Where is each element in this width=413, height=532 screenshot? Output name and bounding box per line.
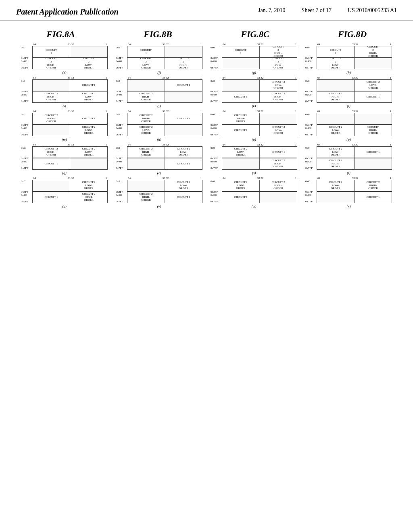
diagram-n: 6433 321 CIRCUIT 2HIGH-ORDER CIRCUIT 1 C… [116, 110, 202, 141]
diagram-o: 6433 321 CIRCUIT 2HIGH-ORDER CIRCUIT 1 C… [211, 110, 297, 141]
m-caption: (m) [21, 137, 108, 141]
diagram-m: 6433 321 CIRCUIT 2HIGH-ORDER CIRCUIT 1 C… [21, 110, 108, 141]
publication-title: Patent Application Publication [16, 7, 119, 17]
f-c1: CIRCUIT 1 [127, 46, 165, 57]
e-caption: (e) [21, 71, 108, 75]
fig8c-label: FIG.8C [211, 29, 300, 39]
g-addr0: 0x0 [211, 46, 215, 49]
f-c2 [165, 46, 202, 57]
p-caption: (p) [305, 137, 392, 141]
f-caption: (f) [116, 71, 202, 75]
diagram-row-efgh: 64 33 32 1 CIRCUIT 1 CIRCUIT 2 HIGH- ORD… [12, 43, 401, 75]
e-top-nums: 64 33 32 1 [32, 43, 108, 46]
h-box: CIRCUIT 1 CIRCUIT 2 HIGH- ORDER CIRCUIT … [317, 46, 392, 69]
f-row1: CIRCUIT 1 [127, 46, 202, 58]
h-caption: (h) [305, 71, 392, 75]
n-caption: (n) [116, 137, 202, 141]
l-caption: (l) [305, 104, 392, 108]
diagram-p: 6433 321 CIRCUIT 2LOW-ORDER CIRCUIT HIGH… [305, 110, 392, 141]
h-addr0: 0x0 [305, 46, 310, 49]
diagram-row-mnop: 6433 321 CIRCUIT 2HIGH-ORDER CIRCUIT 1 C… [12, 110, 401, 141]
diagram-h: 64 33 32 1 CIRCUIT 1 CIRCUIT 2 HIGH- ORD… [305, 43, 392, 75]
sheet-info: Sheet 7 of 17 [302, 7, 332, 14]
page-header: Patent Application Publication Jan. 7, 2… [0, 0, 413, 21]
diagram-s: 6433 321 CIRCUIT 2LOW-ORDER CIRCUIT 1 CI… [211, 143, 297, 175]
diagram-j: 6433 321 CIRCUIT 1 CIRCUIT 2HIGH-ORDER 0… [116, 76, 202, 108]
diagram-e: 64 33 32 1 CIRCUIT 1 CIRCUIT 2 HIGH- ORD… [21, 43, 108, 75]
f-box: CIRCUIT 1 CIRCUIT 2 LOW- ORDER CIRCUIT 2… [127, 46, 202, 69]
diagram-k: 6433 321 CIRCUIT 2LOW-ORDER CIRCUIT 1 CI… [211, 76, 297, 108]
e-c2 [70, 46, 107, 57]
e-c4: CIRCUIT 2 LOW- ORDER [70, 58, 107, 69]
g-c4: CIRCUIT 2 LOW- ORDER [260, 58, 297, 69]
diagram-f: 64 33 32 1 CIRCUIT 1 CIRCUIT 2 LOW- ORDE… [116, 43, 202, 75]
h-c3: CIRCUIT 2 LOW- ORDER [317, 58, 355, 69]
q-caption: (q) [21, 171, 108, 175]
w-caption: (w) [211, 204, 297, 208]
diagram-q: 6433 321 CIRCUIT 2HIGH-ORDER CIRCUIT 2LO… [21, 143, 108, 175]
e-addr3ff: 0x3FF0x400 [21, 56, 28, 63]
e-diag: CIRCUIT 1 CIRCUIT 2 HIGH- ORDER CIRCUIT … [21, 46, 108, 69]
t-caption: (t) [305, 171, 392, 175]
g-c2: CIRCUIT 2 HIGH- ORDER [260, 46, 297, 57]
g-caption: (g) [211, 71, 297, 75]
g-diag: CIRCUIT 1 CIRCUIT 2 HIGH- ORDER CIRCUIT … [211, 46, 297, 69]
g-row2: CIRCUIT 2 LOW- ORDER [222, 58, 297, 69]
s-caption: (s) [211, 171, 297, 175]
e-row1: CIRCUIT 1 [33, 46, 107, 58]
h-c2: CIRCUIT 2 HIGH- ORDER [355, 46, 392, 57]
diagram-w: 6433 321 CIRCUIT 2LOW-ORDER CIRCUIT 2HIG… [211, 177, 297, 208]
e-c3: CIRCUIT 2 HIGH- ORDER [33, 58, 70, 69]
f-addr3ff: 0x3FF0x400 [116, 56, 123, 63]
f-top-nums: 64 33 32 1 [127, 43, 202, 46]
f-row2: CIRCUIT 2 LOW- ORDER CIRCUIT 2 HIGH- ORD… [127, 58, 202, 69]
g-row1: CIRCUIT 1 CIRCUIT 2 HIGH- ORDER [222, 46, 297, 58]
fig8b-label: FIG.8B [114, 29, 202, 39]
f-addr0: 0x0 [116, 46, 120, 49]
f-c3: CIRCUIT 2 LOW- ORDER [127, 58, 165, 69]
f-diag: CIRCUIT 1 CIRCUIT 2 LOW- ORDER CIRCUIT 2… [116, 46, 202, 69]
g-addr3ff: 0x3FF0x400 [211, 56, 218, 63]
e-c1: CIRCUIT 1 [33, 46, 70, 57]
e-addr7ff: 0x7FF [21, 66, 28, 69]
figure-labels-row: FIG.8A FIG.8B FIG.8C FIG.8D [12, 29, 401, 39]
h-addr7ff: 0x7FF [305, 66, 313, 69]
fig8d-label: FIG.8D [308, 29, 397, 39]
j-caption: (j) [116, 104, 202, 108]
h-diag: CIRCUIT 1 CIRCUIT 2 HIGH- ORDER CIRCUIT … [305, 46, 392, 69]
diagram-v: 6433 321 CIRCUIT 2LOW-ORDER CIRCUIT 2HIG… [116, 177, 202, 208]
v-caption: (v) [116, 204, 202, 208]
diagram-x: 6433 321 CIRCUIT 2LOW-ORDER CIRCUIT 2HIG… [305, 177, 392, 208]
h-addr3ff: 0x3FF0x400 [305, 56, 313, 63]
fig8a-label: FIG.8A [17, 29, 105, 39]
diagram-row-uvwx: 6433 321 CIRCUIT 2LOW-ORDER CIRCUIT 1 CI… [12, 177, 401, 208]
h-row1: CIRCUIT 1 CIRCUIT 2 HIGH- ORDER [317, 46, 392, 58]
patent-number: US 2010/0005233 A1 [348, 7, 397, 14]
diagram-g: 64 33 32 1 CIRCUIT 1 CIRCUIT 2 HIGH- ORD… [211, 43, 297, 75]
o-caption: (o) [211, 137, 297, 141]
main-content: FIG.8A FIG.8B FIG.8C FIG.8D 64 33 32 1 C… [0, 21, 413, 218]
diagram-row-ijkl: 6433 321 CIRCUIT 1 CIRCUIT 2HIGH-ORDER C… [12, 76, 401, 108]
diagram-t: 6433 321 CIRCUIT 2LOW-ORDER CIRCUIT 1 CI… [305, 143, 392, 175]
k-caption: (k) [211, 104, 297, 108]
diagram-r: 6433 321 CIRCUIT 2HIGH-ORDER CIRCUIT 2LO… [116, 143, 202, 175]
r-caption: (r) [116, 171, 202, 175]
f-addr7ff: 0x7FF [116, 66, 123, 69]
e-row2: CIRCUIT 2 HIGH- ORDER CIRCUIT 2 LOW- ORD… [33, 58, 107, 69]
header-meta: Jan. 7, 2010 Sheet 7 of 17 US 2010/00052… [258, 7, 397, 14]
x-caption: (x) [305, 204, 392, 208]
e-box: CIRCUIT 1 CIRCUIT 2 HIGH- ORDER CIRCUIT … [32, 46, 108, 69]
i-caption: (i) [21, 104, 108, 108]
g-c3 [222, 58, 260, 69]
f-c4: CIRCUIT 2 HIGH- ORDER [165, 58, 202, 69]
diagram-u: 6433 321 CIRCUIT 2LOW-ORDER CIRCUIT 1 CI… [21, 177, 108, 208]
h-c4 [355, 58, 392, 69]
h-top-nums: 64 33 32 1 [317, 43, 392, 46]
g-addr7ff: 0x7FF [211, 66, 218, 69]
diagram-l: 6433 321 CIRCUIT 2LOW-ORDER CIRCUIT 2HIG… [305, 76, 392, 108]
publication-date: Jan. 7, 2010 [258, 7, 286, 14]
g-c1: CIRCUIT 1 [222, 46, 260, 57]
u-caption: (u) [21, 204, 108, 208]
h-row2: CIRCUIT 2 LOW- ORDER [317, 58, 392, 69]
g-box: CIRCUIT 1 CIRCUIT 2 HIGH- ORDER CIRCUIT … [222, 46, 297, 69]
